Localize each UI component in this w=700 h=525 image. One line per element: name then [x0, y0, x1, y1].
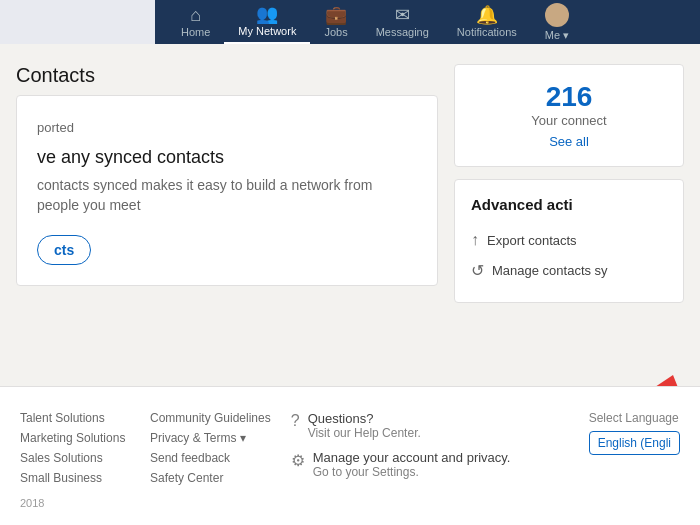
- footer-questions: ? Questions? Visit our Help Center. ⚙ Ma…: [291, 411, 511, 479]
- my-network-icon: 👥: [256, 5, 278, 23]
- footer-settings-item: ⚙ Manage your account and privacy. Go to…: [291, 450, 511, 479]
- footer-help-title: Questions?: [308, 411, 421, 426]
- connections-card: 216 Your connect See all: [454, 64, 684, 167]
- footer-link-marketing[interactable]: Marketing Solutions: [20, 431, 130, 445]
- footer-col-2: Community Guidelines Privacy & Terms ▾ S…: [150, 411, 271, 485]
- connections-count: 216: [471, 81, 667, 113]
- right-panel: 216 Your connect See all Advanced acti ↑…: [454, 64, 684, 303]
- footer-help-sub[interactable]: Visit our Help Center.: [308, 426, 421, 440]
- manage-contacts-item[interactable]: ↺ Manage contacts sy: [471, 255, 667, 286]
- nav-label-me: Me ▾: [545, 29, 569, 42]
- nav-item-my-network[interactable]: 👥 My Network: [224, 0, 310, 44]
- avatar: [545, 3, 569, 27]
- footer-link-sales[interactable]: Sales Solutions: [20, 451, 130, 465]
- nav-item-home[interactable]: ⌂ Home: [167, 0, 224, 44]
- see-all-link[interactable]: See all: [549, 134, 589, 149]
- footer-year: 2018: [20, 497, 680, 509]
- advanced-actions-title: Advanced acti: [471, 196, 667, 213]
- nav-items-container: ⌂ Home 👥 My Network 💼 Jobs ✉ Messaging 🔔…: [167, 0, 583, 44]
- help-icon: ?: [291, 412, 300, 430]
- sync-button[interactable]: cts: [37, 235, 91, 265]
- manage-contacts-label: Manage contacts sy: [492, 263, 608, 278]
- footer-link-safety[interactable]: Safety Center: [150, 471, 271, 485]
- footer-settings-sub[interactable]: Go to your Settings.: [313, 465, 511, 479]
- nav-item-jobs[interactable]: 💼 Jobs: [310, 0, 361, 44]
- synced-heading: ve any synced contacts: [37, 147, 417, 168]
- footer-language-section: Select Language English (Engli: [589, 411, 680, 455]
- synced-tag: ported: [37, 120, 417, 135]
- synced-contacts-card: ported ve any synced contacts contacts s…: [16, 95, 438, 286]
- left-panel: Contacts ported ve any synced contacts c…: [16, 64, 438, 303]
- footer-link-privacy[interactable]: Privacy & Terms ▾: [150, 431, 271, 445]
- nav-item-notifications[interactable]: 🔔 Notifications: [443, 0, 531, 44]
- nav-label-messaging: Messaging: [376, 26, 429, 38]
- footer: Talent Solutions Marketing Solutions Sal…: [0, 386, 700, 525]
- synced-description: contacts synced makes it easy to build a…: [37, 176, 417, 215]
- manage-icon: ↺: [471, 261, 484, 280]
- export-contacts-label: Export contacts: [487, 233, 577, 248]
- footer-help-item: ? Questions? Visit our Help Center.: [291, 411, 511, 440]
- connections-label: Your connect: [471, 113, 667, 128]
- footer-link-small-business[interactable]: Small Business: [20, 471, 130, 485]
- nav-label-home: Home: [181, 26, 210, 38]
- nav-label-notifications: Notifications: [457, 26, 517, 38]
- export-contacts-item[interactable]: ↑ Export contacts: [471, 225, 667, 255]
- main-content: Contacts ported ve any synced contacts c…: [0, 44, 700, 323]
- footer-settings-title: Manage your account and privacy.: [313, 450, 511, 465]
- nav-item-me[interactable]: Me ▾: [531, 0, 583, 44]
- settings-icon: ⚙: [291, 451, 305, 470]
- logo-area: [0, 0, 155, 44]
- footer-col-1: Talent Solutions Marketing Solutions Sal…: [20, 411, 130, 485]
- nav-item-messaging[interactable]: ✉ Messaging: [362, 0, 443, 44]
- language-select-button[interactable]: English (Engli: [589, 431, 680, 455]
- footer-inner: Talent Solutions Marketing Solutions Sal…: [20, 411, 680, 485]
- notifications-icon: 🔔: [476, 6, 498, 24]
- page-title: Contacts: [16, 64, 438, 87]
- messaging-icon: ✉: [395, 6, 410, 24]
- top-navigation: ⌂ Home 👥 My Network 💼 Jobs ✉ Messaging 🔔…: [0, 0, 700, 44]
- footer-link-community[interactable]: Community Guidelines: [150, 411, 271, 425]
- footer-help-text: Questions? Visit our Help Center.: [308, 411, 421, 440]
- footer-settings-text: Manage your account and privacy. Go to y…: [313, 450, 511, 479]
- footer-language-label: Select Language: [589, 411, 679, 425]
- nav-label-my-network: My Network: [238, 25, 296, 37]
- home-icon: ⌂: [190, 6, 201, 24]
- nav-label-jobs: Jobs: [324, 26, 347, 38]
- footer-link-talent[interactable]: Talent Solutions: [20, 411, 130, 425]
- advanced-actions-card: Advanced acti ↑ Export contacts ↺ Manage…: [454, 179, 684, 303]
- export-icon: ↑: [471, 231, 479, 249]
- jobs-icon: 💼: [325, 6, 347, 24]
- footer-link-feedback[interactable]: Send feedback: [150, 451, 271, 465]
